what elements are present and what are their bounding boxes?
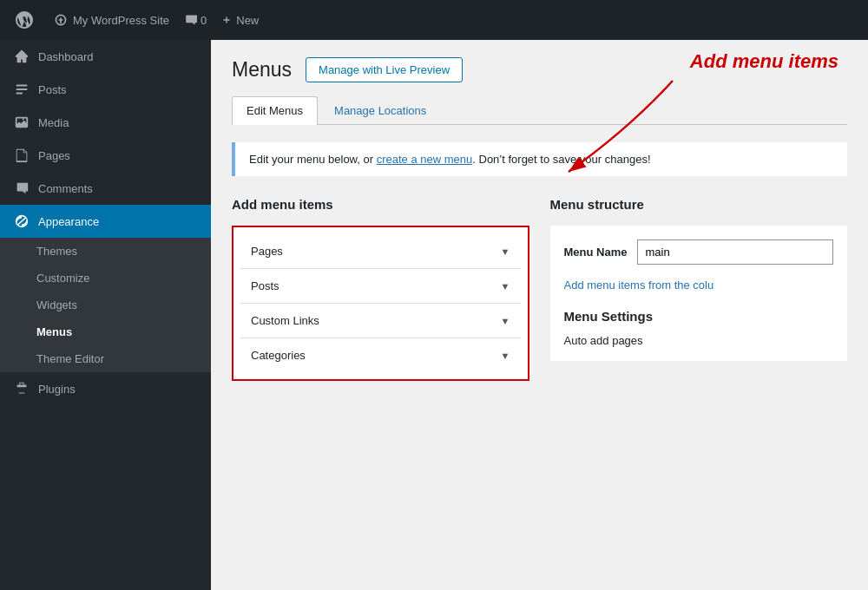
- sidebar-label-dashboard: Dashboard: [38, 50, 94, 63]
- sidebar-label-appearance: Appearance: [38, 215, 99, 228]
- sidebar-item-posts[interactable]: Posts: [0, 73, 211, 106]
- content-grid: Add menu items Pages ▼ Posts ▼: [232, 197, 847, 381]
- accordion-label-custom-links: Custom Links: [251, 314, 319, 327]
- accordion-categories: Categories ▼: [240, 338, 521, 372]
- tab-manage-locations[interactable]: Manage Locations: [319, 96, 441, 124]
- accordion-header-pages[interactable]: Pages ▼: [240, 234, 521, 268]
- page-title: Menus: [232, 58, 292, 82]
- sidebar-label-posts: Posts: [38, 83, 67, 96]
- site-name-label: My WordPress Site: [73, 14, 169, 27]
- submenu-themes[interactable]: Themes: [0, 238, 211, 265]
- submenu-theme-editor[interactable]: Theme Editor: [0, 345, 211, 372]
- accordion-posts: Posts ▼: [240, 269, 521, 304]
- sidebar-label-media: Media: [38, 116, 69, 129]
- sidebar-item-media[interactable]: Media: [0, 106, 211, 139]
- sidebar-label-comments: Comments: [38, 182, 93, 195]
- info-notice: Edit your menu below, or create a new me…: [232, 142, 847, 176]
- menu-structure-panel: Menu Name Add menu items from the colu M…: [550, 226, 848, 361]
- chevron-down-icon-custom-links: ▼: [501, 316, 510, 326]
- sidebar-item-dashboard[interactable]: Dashboard: [0, 40, 211, 73]
- menu-hint: Add menu items from the colu: [564, 279, 834, 292]
- admin-bar: My WordPress Site 0 New: [0, 0, 868, 40]
- site-name[interactable]: My WordPress Site: [54, 13, 169, 27]
- sidebar-item-plugins[interactable]: Plugins: [0, 372, 211, 405]
- tabs: Edit Menus Manage Locations: [232, 96, 847, 125]
- notice-text-after: . Don’t forget to save your changes!: [472, 153, 650, 166]
- menu-name-input[interactable]: [637, 239, 833, 265]
- menu-structure-column: Menu structure Menu Name Add menu items …: [550, 197, 848, 381]
- sidebar-item-pages[interactable]: Pages: [0, 139, 211, 172]
- sidebar-item-comments[interactable]: Comments: [0, 172, 211, 205]
- accordion-header-custom-links[interactable]: Custom Links ▼: [240, 304, 521, 338]
- menu-name-row: Menu Name: [564, 239, 834, 265]
- accordion-header-categories[interactable]: Categories ▼: [240, 338, 521, 372]
- sidebar: Dashboard Posts Media Pages Comments App…: [0, 40, 211, 590]
- new-label: New: [236, 14, 259, 27]
- comments-link[interactable]: 0: [183, 13, 207, 27]
- sidebar-label-pages: Pages: [38, 149, 70, 162]
- accordion-custom-links: Custom Links ▼: [240, 304, 521, 338]
- accordion-pages: Pages ▼: [240, 234, 521, 269]
- create-new-menu-link[interactable]: create a new menu: [377, 153, 473, 166]
- submenu-widgets[interactable]: Widgets: [0, 292, 211, 318]
- live-preview-button[interactable]: Manage with Live Preview: [306, 57, 463, 82]
- main-content: Menus Manage with Live Preview Add menu …: [211, 40, 868, 590]
- new-button[interactable]: New: [220, 14, 259, 27]
- comments-count: 0: [201, 14, 207, 27]
- chevron-down-icon-posts: ▼: [501, 281, 510, 292]
- submenu-customize[interactable]: Customize: [0, 265, 211, 292]
- page-header: Menus Manage with Live Preview Add menu …: [232, 57, 847, 82]
- accordion-header-posts[interactable]: Posts ▼: [240, 269, 521, 303]
- notice-text-before: Edit your menu below, or: [249, 153, 377, 166]
- accordion-label-posts: Posts: [251, 279, 279, 292]
- submenu-menus[interactable]: Menus: [0, 318, 211, 345]
- menu-structure-title: Menu structure: [550, 197, 848, 212]
- tab-edit-menus[interactable]: Edit Menus: [232, 96, 318, 125]
- annotation-label: Add menu items: [690, 50, 838, 72]
- menu-name-label: Menu Name: [564, 246, 628, 259]
- chevron-down-icon-pages: ▼: [501, 246, 510, 257]
- appearance-submenu: Themes Customize Widgets Menus Theme Edi…: [0, 238, 211, 372]
- chevron-down-icon-categories: ▼: [501, 351, 510, 361]
- auto-add-pages-label: Auto add pages: [564, 334, 834, 347]
- add-menu-items-column: Add menu items Pages ▼ Posts ▼: [232, 197, 529, 381]
- accordion-label-categories: Categories: [251, 349, 306, 362]
- accordion-label-pages: Pages: [251, 245, 283, 258]
- sidebar-label-plugins: Plugins: [38, 383, 76, 396]
- wp-logo[interactable]: [9, 4, 40, 36]
- add-menu-items-title: Add menu items: [232, 197, 529, 212]
- menu-settings-title: Menu Settings: [564, 309, 834, 324]
- sidebar-item-appearance[interactable]: Appearance: [0, 205, 211, 238]
- menu-items-panel: Pages ▼ Posts ▼ Custom Links ▼: [232, 226, 529, 381]
